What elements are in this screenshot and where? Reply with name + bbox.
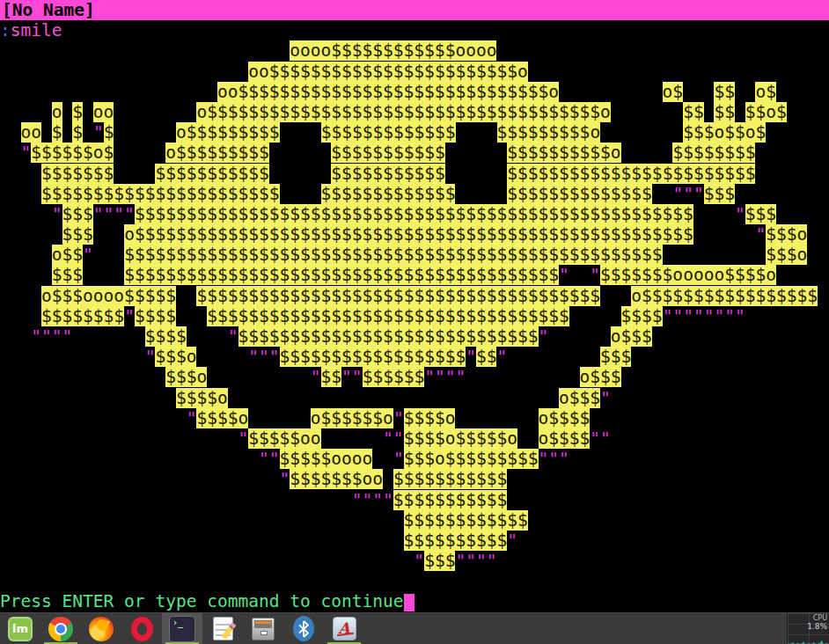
ascii-art-row: "$$$$$$o$ o$$$$$$$$$ $$$$$$$$$$$ $$$$$$$…	[0, 143, 829, 163]
taskbar-opera-button[interactable]	[121, 613, 162, 644]
text-cursor	[404, 594, 414, 611]
ascii-art-row: oo $ $ "$ o$$$$$$$$$ $$$$$$$$$$$$$ $$$$$…	[0, 122, 829, 143]
command-prompt: :	[0, 20, 11, 40]
chrome-icon	[48, 617, 73, 641]
terminal-icon: ›_	[169, 616, 195, 642]
ascii-art-row: o$$$oooo$$$$$ $$$$$$$$$$$$$$$$$$$$$$$$$$…	[0, 286, 829, 306]
terminal-screen[interactable]: [No Name] :smile oooo$$$$$$$$$$$$oooo oo…	[0, 0, 829, 612]
ascii-art: oooo$$$$$$$$$$$$oooo oo$$$$$$$$$$$$$$$$$…	[0, 40, 829, 571]
bluetooth-icon	[293, 616, 314, 641]
taskbar-red-a-app-button[interactable]: A	[324, 613, 364, 644]
desktop: [No Name] :smile oooo$$$$$$$$$$$$oooo oo…	[0, 0, 829, 644]
ascii-art-row: $$$$$$$ $$$$$$$$$$$ $$$$$$$$$$$ $$$$$$$$…	[0, 164, 829, 184]
file-cabinet-icon	[252, 618, 275, 640]
taskbar-firefox-button[interactable]	[81, 613, 121, 644]
ascii-art-row: oo$$$$$$$$$$$$$$$$$$$$$$$$o	[0, 62, 829, 82]
ascii-art-row: $$$ $$$$$$$$$$$$$$$$$$$$$$$$$$$$$$$$$$$$…	[0, 265, 829, 285]
taskbar-bluetooth-button[interactable]	[283, 613, 324, 644]
firefox-icon	[89, 617, 114, 641]
taskbar-mint-menu-button[interactable]: lm	[0, 613, 40, 644]
ascii-art-row: $$$ o$$$$$$$$$$$$$$$$$$$$$$$$$$$$$$$$$$$…	[0, 224, 829, 245]
ascii-art-row: oooo$$$$$$$$$$$$oooo	[0, 40, 829, 61]
taskbar-file-cabinet-button[interactable]	[243, 613, 283, 644]
ascii-art-row: "$$$$o o$$$$$$o"$$$$o o$$$$	[0, 408, 829, 428]
ascii-art-row: """"$$$$$$$$$$$	[0, 490, 829, 510]
vim-status-line: Press ENTER or type command to continue	[0, 591, 829, 611]
vim-command-line[interactable]: :smile	[0, 20, 829, 40]
mint-logo-icon: lm	[8, 617, 33, 641]
ascii-art-row: $$$$$$$$$$"	[0, 531, 829, 551]
ascii-art-row: "$$$""""	[0, 551, 829, 571]
ascii-art-row: "$$$o """$$$$$$$$$$$$$$$$$$"$$" $$$	[0, 347, 829, 367]
ascii-art-row: $$$o "$$""$$$$$$"""" o$$$	[0, 367, 829, 387]
cpu-value: 1.8%	[788, 622, 827, 631]
opera-icon	[131, 617, 153, 641]
ascii-art-row: "$$$$$oo ""$$$$o$$$$$o o$$$$""	[0, 428, 829, 449]
command-text: smile	[11, 20, 62, 40]
ascii-art-row: oo$$$$$$$$$$$$$$$$$$$$$$$$$$$$$$o o$ $$ …	[0, 82, 829, 102]
ascii-art-row: o $ oo o$$$$$$$$$$$$$$$$$$$$$$$$$$$$$$$$…	[0, 102, 829, 122]
ascii-art-row: """" $$$$ "$$$$$$$$$$$$$$$$$$$$$$$$$$$$$…	[0, 326, 829, 347]
cpu-label: CPU	[788, 614, 827, 622]
ascii-art-row: o$$" $$$$$$$$$$$$$$$$$$$$$$$$$$$$$$$$$$$…	[0, 245, 829, 265]
ascii-art-row: $$$$$$$$$$$$$$$$$$$$$$$ $$$$$$$$$$$$$ $$…	[0, 184, 829, 204]
ascii-art-row: $$$$$$$$$$$$	[0, 510, 829, 531]
blank-line	[0, 571, 829, 591]
status-message: Press ENTER or type command to continue	[0, 591, 404, 611]
cpu-sparkline-icon	[788, 636, 829, 644]
ascii-art-row: "$$$""""$$$$$$$$$$$$$$$$$$$$$$$$$$$$$$$$…	[0, 204, 829, 224]
ascii-art-row: "$$$$$$$oo $$$$$$$$$$$	[0, 469, 829, 489]
taskbar: lm ›_ A CPU 1.8%	[0, 612, 829, 644]
buffer-title: [No Name]	[2, 0, 95, 20]
taskbar-terminal-button[interactable]: ›_	[162, 613, 202, 644]
red-a-icon: A	[333, 617, 356, 640]
vim-titlebar: [No Name]	[0, 0, 829, 20]
ascii-art-row: $$$$$$$$"$$$$ $$$$$$$$$$$$$$$$$$$$$$$$$$…	[0, 306, 829, 326]
taskbar-text-editor-button[interactable]	[202, 613, 243, 644]
text-editor-icon	[213, 617, 233, 640]
ascii-art-row: ""$$$$$oooo "$$$o$$$$$$$$$"""	[0, 449, 829, 469]
cpu-monitor-applet[interactable]: CPU 1.8%	[787, 613, 829, 644]
ascii-art-row: $$$$o o$$$"	[0, 388, 829, 408]
taskbar-chrome-button[interactable]	[40, 613, 81, 644]
